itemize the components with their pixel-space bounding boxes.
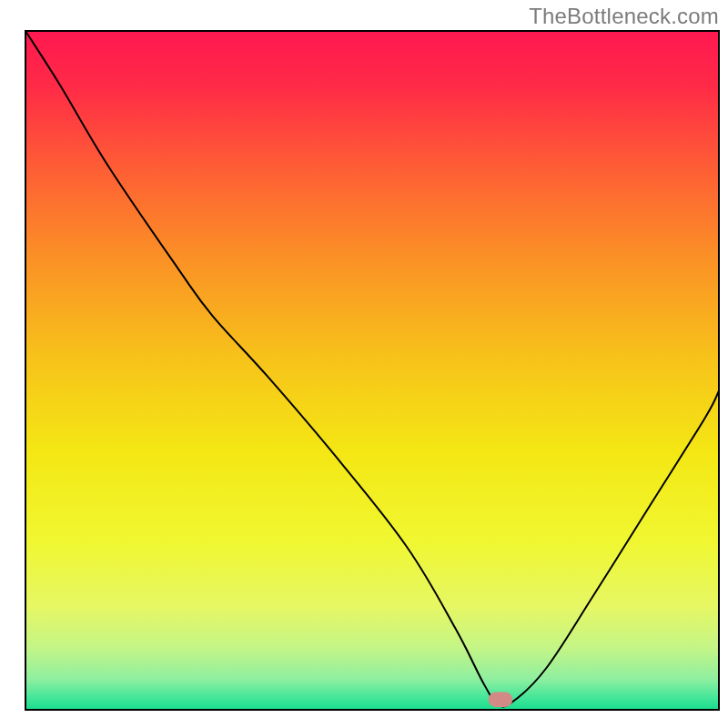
chart-container: TheBottleneck.com [0, 0, 728, 728]
watermark-text: TheBottleneck.com [529, 4, 719, 29]
optimal-marker [489, 693, 513, 707]
gradient-background [25, 31, 719, 710]
bottleneck-chart [0, 0, 728, 728]
